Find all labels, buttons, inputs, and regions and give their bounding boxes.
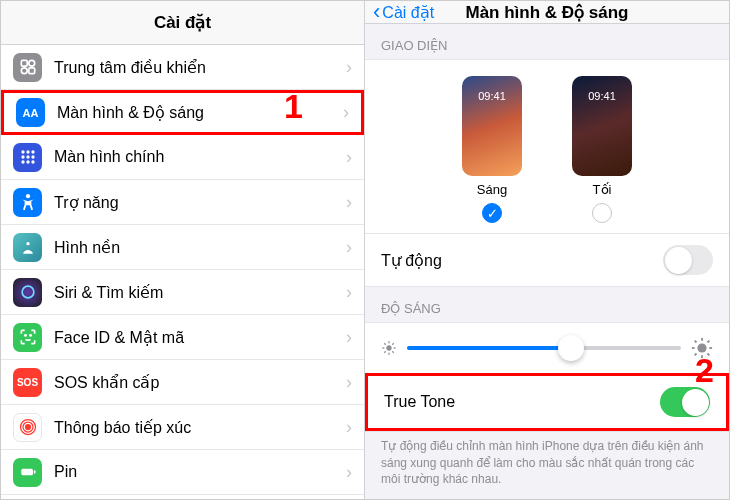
preview-time: 09:41 [462,90,522,102]
back-button[interactable]: ‹ Cài đặt [373,1,434,23]
automatic-label: Tự động [381,251,442,270]
truetone-label: True Tone [384,393,455,411]
appearance-row: 09:41 Sáng ✓ 09:41 Tối [365,60,729,233]
svg-point-8 [26,155,29,158]
chevron-right-icon: › [346,57,352,78]
chevron-right-icon: › [346,327,352,348]
row-faceid-passcode[interactable]: Face ID & Mật mã › [1,315,364,360]
wallpaper-icon [13,233,42,262]
svg-point-23 [386,346,391,351]
dark-label: Tối [593,182,612,197]
chevron-right-icon: › [343,102,349,123]
svg-point-11 [26,160,29,163]
row-battery[interactable]: Pin › [1,450,364,495]
appearance-dark-option[interactable]: 09:41 Tối [572,76,632,223]
row-emergency-sos[interactable]: SOS SOS khẩn cấp › [1,360,364,405]
row-label: Màn hình chính [54,148,346,166]
chevron-right-icon: › [346,372,352,393]
siri-icon [13,278,42,307]
brightness-header: ĐỘ SÁNG [365,287,729,322]
automatic-switch[interactable] [663,245,713,275]
svg-point-9 [31,155,34,158]
callout-2: 2 [695,351,714,390]
svg-rect-21 [21,469,33,476]
svg-point-6 [31,150,34,153]
row-label: SOS khẩn cấp [54,373,346,392]
row-siri-search[interactable]: Siri & Tìm kiếm › [1,270,364,315]
display-icon: AA [16,98,45,127]
exposure-icon [13,413,42,442]
dark-preview: 09:41 [572,76,632,176]
svg-rect-0 [21,60,27,66]
slider-thumb[interactable] [558,335,584,361]
svg-line-40 [708,341,710,343]
truetone-cell: True Tone [365,373,729,431]
brightness-group: True Tone [365,322,729,432]
row-wallpaper[interactable]: Hình nền › [1,225,364,270]
right-header: ‹ Cài đặt Màn hình & Độ sáng [365,1,729,24]
appearance-light-option[interactable]: 09:41 Sáng ✓ [462,76,522,223]
row-label: Hình nền [54,238,346,257]
settings-list: Trung tâm điều khiển › AA Màn hình & Độ … [1,45,364,499]
svg-line-29 [392,352,393,353]
automatic-cell: Tự động [365,233,729,286]
appearance-header: GIAO DIỆN [365,24,729,59]
row-label: Siri & Tìm kiếm [54,283,346,302]
svg-point-18 [25,425,30,430]
controlcenter-icon [13,53,42,82]
svg-rect-2 [21,68,27,74]
appearance-group: 09:41 Sáng ✓ 09:41 Tối Tự động [365,59,729,287]
light-radio[interactable]: ✓ [482,203,502,223]
light-label: Sáng [477,182,507,197]
callout-1: 1 [284,87,303,126]
faceid-icon [13,323,42,352]
chevron-right-icon: › [346,417,352,438]
row-exposure-notifications[interactable]: Thông báo tiếp xúc › [1,405,364,450]
back-label: Cài đặt [382,3,434,22]
brightness-slider[interactable] [407,346,681,350]
svg-point-16 [24,335,25,336]
chevron-right-icon: › [346,237,352,258]
svg-line-37 [695,341,697,343]
chevron-right-icon: › [346,282,352,303]
svg-point-5 [26,150,29,153]
battery-icon [13,458,42,487]
svg-rect-1 [28,60,34,66]
row-display-brightness[interactable]: AA Màn hình & Độ sáng › [1,90,364,135]
settings-master: Cài đặt Trung tâm điều khiển › AA Màn hì… [1,1,365,499]
row-label: Thông báo tiếp xúc [54,418,346,437]
row-control-center[interactable]: Trung tâm điều khiển › [1,45,364,90]
row-label: Face ID & Mật mã [54,328,346,347]
chevron-left-icon: ‹ [373,1,380,23]
sun-small-icon [381,340,397,356]
truetone-switch[interactable] [660,387,710,417]
svg-point-15 [22,286,34,298]
svg-line-30 [384,352,385,353]
svg-point-12 [31,160,34,163]
chevron-right-icon: › [346,462,352,483]
brightness-slider-row [365,323,729,373]
row-privacy[interactable]: Quyền riêng tư › [1,495,364,499]
svg-point-10 [21,160,24,163]
svg-line-31 [392,344,393,345]
homescreen-icon [13,143,42,172]
row-home-screen[interactable]: Màn hình chính › [1,135,364,180]
svg-point-7 [21,155,24,158]
sos-icon: SOS [13,368,42,397]
row-label: Trung tâm điều khiển [54,58,346,77]
left-header: Cài đặt [1,1,364,45]
svg-point-4 [21,150,24,153]
svg-rect-3 [28,68,34,74]
right-title: Màn hình & Độ sáng [466,2,629,23]
row-label: Pin [54,463,346,481]
settings-detail: ‹ Cài đặt Màn hình & Độ sáng GIAO DIỆN 0… [365,1,729,499]
svg-point-14 [26,242,29,245]
svg-point-13 [25,194,29,198]
accessibility-icon [13,188,42,217]
dark-radio[interactable] [592,203,612,223]
svg-point-17 [29,335,30,336]
light-preview: 09:41 [462,76,522,176]
row-accessibility[interactable]: Trợ năng › [1,180,364,225]
left-title: Cài đặt [154,12,211,33]
chevron-right-icon: › [346,147,352,168]
